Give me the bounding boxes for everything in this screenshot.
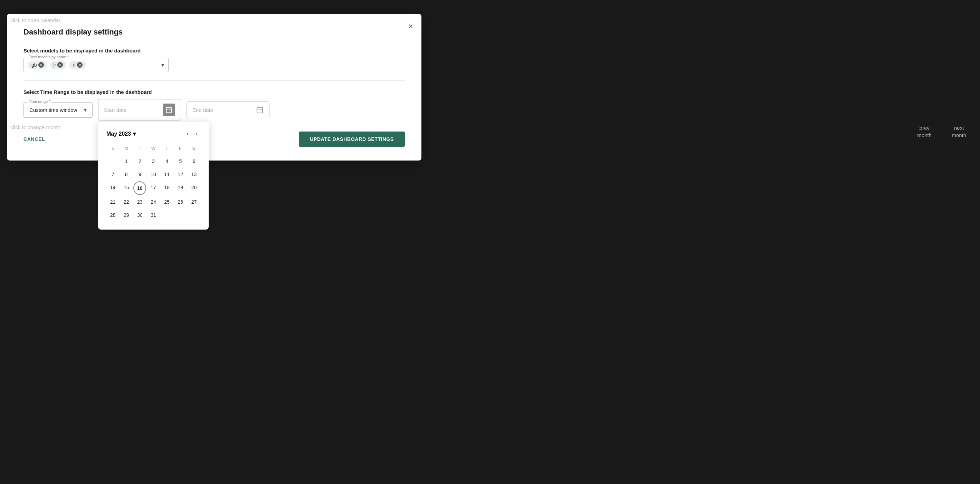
calendar-month-label: May 2023: [107, 131, 131, 137]
time-range-arrow: ▾: [84, 107, 87, 113]
calendar-day-1[interactable]: 1: [120, 155, 133, 167]
calendar-day-9[interactable]: 9: [133, 168, 146, 181]
calendar-header: May 2023 ▾ ‹ ›: [107, 129, 200, 139]
cancel-button[interactable]: CANCEL: [24, 136, 45, 142]
calendar-day-4[interactable]: 4: [161, 155, 173, 167]
tag-rf: rf ✕: [69, 61, 86, 69]
calendar-day-empty: [161, 209, 173, 221]
calendar-day-6[interactable]: 6: [188, 155, 200, 167]
tag-rf-label: rf: [73, 62, 76, 68]
tag-lr: lr ✕: [50, 61, 67, 69]
start-date-placeholder: Start date: [104, 107, 126, 113]
calendar-day-3[interactable]: 3: [147, 155, 159, 167]
calendar-day-28[interactable]: 28: [107, 209, 119, 221]
calendar-day-23[interactable]: 23: [133, 196, 146, 208]
filter-dropdown-arrow[interactable]: ▾: [161, 62, 164, 68]
weekday-t2: T: [160, 144, 173, 152]
modal-footer: CANCEL UPDATE DASHBOARD SETTINGS: [24, 132, 405, 147]
calendar-month-arrow: ▾: [133, 130, 136, 137]
calendar-day-31[interactable]: 31: [147, 209, 159, 221]
calendar-day-22[interactable]: 22: [120, 196, 133, 208]
svg-rect-0: [167, 107, 172, 113]
calendar-day-19[interactable]: 19: [174, 181, 187, 195]
tag-gb-remove[interactable]: ✕: [38, 62, 44, 68]
time-section-label: Select Time Range to be displayed in the…: [24, 89, 405, 95]
calendar-grid: S M T W T F S 12345678910111213141516171…: [107, 144, 200, 221]
calendar-day-18[interactable]: 18: [161, 181, 173, 195]
annotation-next-month: nextmonth: [952, 124, 966, 139]
tag-gb-label: gb: [32, 62, 37, 68]
filter-label: Filter models by name *: [27, 55, 70, 59]
close-button[interactable]: ×: [408, 22, 413, 30]
calendar-day-2[interactable]: 2: [133, 155, 146, 167]
time-range-section: Select Time Range to be displayed in the…: [24, 89, 405, 121]
calendar-day-21[interactable]: 21: [107, 196, 119, 208]
start-date-input[interactable]: Start date: [98, 99, 181, 121]
models-section-label: Select models to be displayed in the das…: [24, 48, 405, 54]
calendar-day-26[interactable]: 26: [174, 196, 187, 208]
calendar-day-12[interactable]: 12: [174, 168, 187, 181]
time-controls: Time range * Custom time window ▾ Start …: [24, 99, 405, 121]
calendar-day-empty: [174, 209, 187, 221]
calendar-day-empty: [107, 155, 119, 167]
next-month-button[interactable]: ›: [193, 129, 200, 139]
end-date-input[interactable]: End date: [186, 102, 269, 118]
weekday-w: W: [147, 144, 160, 152]
calendar-days: 1234567891011121314151617181920212223242…: [107, 155, 200, 221]
prev-month-button[interactable]: ‹: [184, 129, 191, 139]
calendar-day-20[interactable]: 20: [188, 181, 200, 195]
weekday-m: M: [120, 144, 133, 152]
start-date-container: Start date: [98, 99, 181, 121]
time-range-value: Custom time window: [29, 107, 77, 113]
calendar-nav-group: ‹ ›: [184, 129, 200, 139]
calendar-day-25[interactable]: 25: [161, 196, 173, 208]
weekday-s2: S: [187, 144, 200, 152]
calendar-day-empty: [188, 209, 200, 221]
time-range-label: Time range *: [27, 100, 52, 103]
calendar-day-10[interactable]: 10: [147, 168, 159, 181]
calendar-day-24[interactable]: 24: [147, 196, 159, 208]
tag-lr-label: lr: [54, 62, 56, 68]
calendar-weekdays: S M T W T F S: [107, 144, 200, 152]
calendar-day-27[interactable]: 27: [188, 196, 200, 208]
calendar-month-button[interactable]: May 2023 ▾: [107, 130, 136, 137]
calendar-day-17[interactable]: 17: [147, 181, 159, 195]
calendar-day-11[interactable]: 11: [161, 168, 173, 181]
calendar-day-13[interactable]: 13: [188, 168, 200, 181]
end-date-calendar-icon[interactable]: [256, 106, 264, 114]
weekday-s1: S: [107, 144, 120, 152]
calendar-day-16[interactable]: 16: [133, 181, 146, 195]
tag-rf-remove[interactable]: ✕: [77, 62, 83, 68]
calendar-day-8[interactable]: 8: [120, 168, 133, 181]
calendar-day-15[interactable]: 15: [120, 181, 133, 195]
tag-gb: gb ✕: [28, 61, 47, 69]
svg-rect-4: [257, 107, 263, 113]
calendar-day-5[interactable]: 5: [174, 155, 187, 167]
modal-title: Dashboard display settings: [24, 28, 405, 36]
update-button[interactable]: UPDATE DASHBOARD SETTINGS: [299, 132, 405, 147]
annotation-prev-month: prevmonth: [917, 124, 932, 139]
modal-dialog: × Dashboard display settings Select mode…: [7, 14, 422, 160]
filter-models-box: Filter models by name * gb ✕ lr ✕ rf ✕ ▾: [24, 58, 169, 72]
calendar-day-30[interactable]: 30: [133, 209, 146, 221]
tag-lr-remove[interactable]: ✕: [57, 62, 63, 68]
calendar-day-29[interactable]: 29: [120, 209, 133, 221]
weekday-f: F: [173, 144, 187, 152]
calendar-day-7[interactable]: 7: [107, 168, 119, 181]
time-range-dropdown[interactable]: Time range * Custom time window ▾: [24, 102, 92, 118]
calendar-day-14[interactable]: 14: [107, 181, 119, 195]
end-date-placeholder: End date: [192, 107, 213, 113]
weekday-t1: T: [133, 144, 147, 152]
calendar-dropdown: May 2023 ▾ ‹ › S: [98, 122, 208, 230]
start-date-calendar-icon[interactable]: [163, 103, 175, 116]
